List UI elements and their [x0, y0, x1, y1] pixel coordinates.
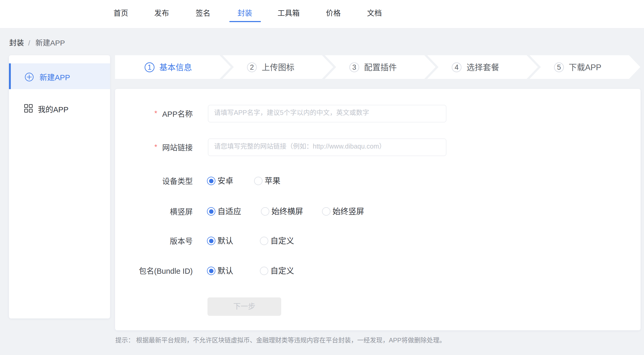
svg-text:选择套餐: 选择套餐 [467, 63, 499, 72]
svg-text:上传图标: 上传图标 [262, 63, 294, 72]
svg-text:2: 2 [250, 63, 254, 71]
svg-text:下载APP: 下载APP [569, 63, 601, 72]
svg-text:1: 1 [147, 63, 151, 71]
svg-text:4: 4 [455, 63, 459, 71]
svg-text:基本信息: 基本信息 [159, 63, 192, 72]
svg-text:3: 3 [352, 63, 356, 71]
svg-text:5: 5 [557, 63, 561, 71]
svg-text:配置插件: 配置插件 [364, 63, 397, 72]
